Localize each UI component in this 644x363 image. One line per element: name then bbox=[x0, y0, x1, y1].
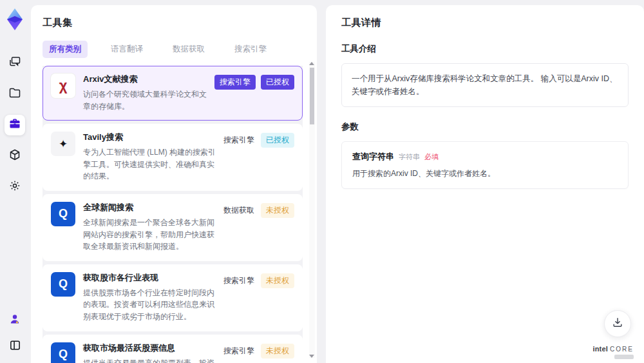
tools-scrollbar[interactable] bbox=[309, 62, 315, 358]
tool-description: 提供当天交易量最高的股票列表，投资者可以利用这些信息来识别流动性强的股票和潜在的… bbox=[83, 357, 218, 363]
tavily-icon: ✦ bbox=[51, 132, 75, 156]
left-rail bbox=[0, 0, 30, 363]
category-badge: 搜索引擎 bbox=[222, 133, 256, 148]
tool-card[interactable]: χArxiv文献搜索访问各个研究领域大量科学论文和文章的存储库。搜索引擎已授权 bbox=[43, 66, 303, 121]
sidebar-item-tools[interactable] bbox=[5, 115, 25, 135]
tool-name: 获取市场最活跃股票信息 bbox=[83, 342, 218, 354]
tool-badges: 搜索引擎已授权 bbox=[222, 133, 294, 182]
download-icon bbox=[612, 317, 623, 331]
sidebar-item-files[interactable] bbox=[5, 84, 25, 104]
tool-name: 获取股市各行业表现 bbox=[83, 272, 218, 284]
tool-description: 提供股票市场各个行业在特定时间段内的表现。投资者可以利用这些信息来识别表现优于或… bbox=[83, 287, 218, 323]
tool-description: 访问各个研究领域大量科学论文和文章的存储库。 bbox=[83, 88, 211, 112]
intel-core-logo: intel CORE bbox=[592, 345, 634, 359]
param-type: 字符串 bbox=[399, 152, 420, 162]
tool-list: χArxiv文献搜索访问各个研究领域大量科学论文和文章的存储库。搜索引擎已授权✦… bbox=[43, 66, 303, 363]
tool-name: 全球新闻搜索 bbox=[83, 202, 218, 213]
scroll-up-icon[interactable] bbox=[309, 62, 314, 65]
auth-status-badge: 未授权 bbox=[261, 203, 294, 218]
tool-name: Arxiv文献搜索 bbox=[83, 74, 211, 85]
blueq-icon: Q bbox=[51, 342, 75, 363]
tool-description: 全球新闻搜索是一个聚合全球各大新闻网站内容的搜索引擎，帮助用户快速获取全球最新资… bbox=[83, 217, 218, 253]
category-badge: 数据获取 bbox=[222, 203, 256, 218]
param-name: 查询字符串 bbox=[352, 151, 394, 162]
tab-1[interactable]: 语言翻译 bbox=[104, 41, 149, 58]
tab-3[interactable]: 搜索引擎 bbox=[228, 41, 273, 58]
tool-description: 专为人工智能代理 (LLM) 构建的搜索引擎工具。可快速提供实时、准确和真实的结… bbox=[83, 146, 218, 182]
auth-status-badge: 未授权 bbox=[261, 273, 294, 288]
arxiv-icon: χ bbox=[51, 74, 75, 98]
tools-panel: 工具集 所有类别语言翻译数据获取搜索引擎 χArxiv文献搜索访问各个研究领域大… bbox=[31, 5, 317, 363]
folder-icon bbox=[8, 86, 21, 102]
download-button[interactable] bbox=[604, 310, 631, 337]
intro-heading: 工具介绍 bbox=[341, 43, 629, 55]
tool-badges: 搜索引擎已授权 bbox=[214, 75, 294, 112]
auth-status-badge: 未授权 bbox=[261, 344, 294, 358]
sidebar-item-models[interactable] bbox=[5, 146, 25, 166]
cube-icon bbox=[8, 148, 21, 164]
tool-card[interactable]: ✦Tavily搜索专为人工智能代理 (LLM) 构建的搜索引擎工具。可快速提供实… bbox=[43, 124, 303, 191]
brand-core: CORE bbox=[610, 346, 634, 353]
blueq-icon: Q bbox=[51, 202, 75, 226]
scrollbar-thumb[interactable] bbox=[310, 68, 314, 124]
toolbox-icon bbox=[8, 117, 21, 133]
param-required-badge: 必填 bbox=[424, 152, 439, 162]
param-card: 查询字符串 字符串 必填 用于搜索的Arxiv ID、关键字或作者姓名。 bbox=[341, 141, 629, 189]
category-tabs: 所有类别语言翻译数据获取搜索引擎 bbox=[43, 41, 303, 58]
tool-detail-panel: 工具详情 工具介绍 一个用于从Arxiv存储库搜索科学论文和文章的工具。 输入可… bbox=[326, 5, 644, 363]
tool-card[interactable]: Q全球新闻搜索全球新闻搜索是一个聚合全球各大新闻网站内容的搜索引擎，帮助用户快速… bbox=[43, 194, 303, 261]
intro-text-box: 一个用于从Arxiv存储库搜索科学论文和文章的工具。 输入可以是Arxiv ID… bbox=[341, 63, 629, 107]
brand-intel: intel bbox=[592, 345, 608, 353]
auth-status-badge: 已授权 bbox=[261, 75, 294, 90]
tab-0[interactable]: 所有类别 bbox=[43, 41, 88, 58]
collapse-sidebar-button[interactable] bbox=[5, 336, 25, 357]
params-heading: 参数 bbox=[341, 121, 629, 133]
param-description: 用于搜索的Arxiv ID、关键字或作者姓名。 bbox=[352, 168, 618, 179]
chat-icon bbox=[8, 55, 21, 71]
tool-card[interactable]: Q获取市场最活跃股票信息提供当天交易量最高的股票列表，投资者可以利用这些信息来识… bbox=[43, 335, 303, 363]
brand-badge bbox=[614, 355, 634, 359]
user-icon bbox=[8, 313, 21, 328]
tool-badges: 数据获取未授权 bbox=[222, 203, 294, 253]
user-avatar-button[interactable] bbox=[5, 310, 25, 331]
category-badge: 搜索引擎 bbox=[222, 344, 256, 358]
scroll-down-icon[interactable] bbox=[309, 355, 314, 358]
category-badge: 搜索引擎 bbox=[222, 273, 256, 288]
panel-toggle-icon bbox=[9, 339, 21, 354]
detail-title: 工具详情 bbox=[341, 17, 629, 29]
sidebar-item-settings[interactable] bbox=[5, 177, 25, 197]
tool-name: Tavily搜索 bbox=[83, 132, 218, 143]
tool-badges: 搜索引擎未授权 bbox=[222, 344, 294, 363]
app-logo bbox=[4, 8, 26, 31]
page-title: 工具集 bbox=[43, 17, 303, 29]
tool-card[interactable]: Q获取股市各行业表现提供股票市场各个行业在特定时间段内的表现。投资者可以利用这些… bbox=[43, 264, 303, 331]
category-badge: 搜索引擎 bbox=[214, 75, 256, 90]
tab-2[interactable]: 数据获取 bbox=[166, 41, 211, 58]
sidebar-item-chat[interactable] bbox=[5, 53, 25, 74]
auth-status-badge: 已授权 bbox=[261, 133, 294, 148]
tool-badges: 搜索引擎未授权 bbox=[222, 273, 294, 323]
blueq-icon: Q bbox=[51, 272, 75, 297]
gear-icon bbox=[8, 179, 21, 195]
